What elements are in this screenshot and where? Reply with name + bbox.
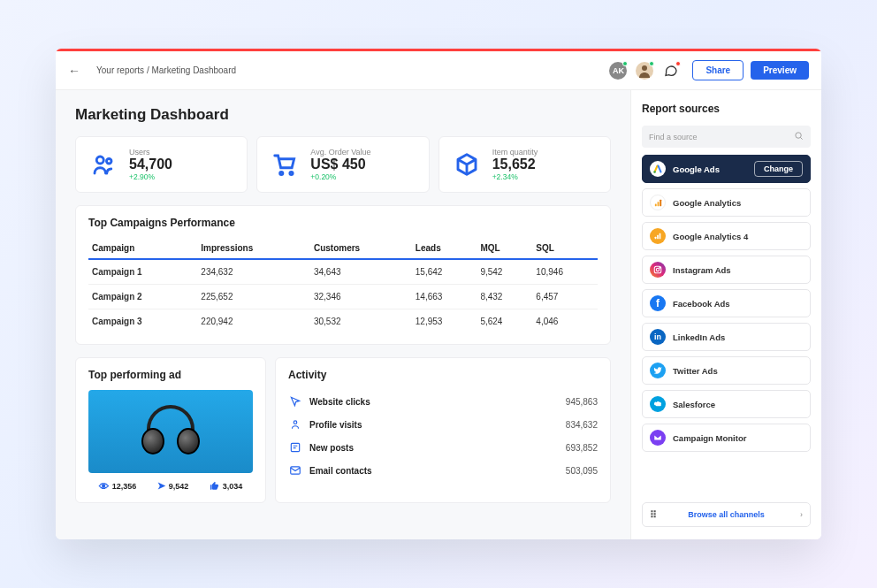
kpi-item-qty: Item quantity 15,652 +2.34% bbox=[438, 136, 611, 193]
kpi-order-value: Avg. Order Value US$ 450 +0.20% bbox=[256, 136, 429, 193]
search-input[interactable]: Find a source bbox=[642, 126, 811, 148]
cart-icon bbox=[270, 149, 300, 179]
source-google-analytics[interactable]: Google Analytics bbox=[642, 188, 811, 217]
kpi-users: Users 54,700 +2.90% bbox=[75, 136, 248, 193]
like-icon bbox=[210, 481, 219, 491]
svg-point-0 bbox=[642, 65, 647, 71]
svg-point-5 bbox=[294, 421, 297, 424]
kpi-delta: +2.90% bbox=[129, 172, 172, 181]
ga-icon bbox=[650, 195, 666, 210]
app-window: ← Your reports / Marketing Dashboard AK … bbox=[56, 49, 821, 539]
svg-rect-12 bbox=[660, 199, 661, 205]
instagram-icon bbox=[650, 262, 666, 278]
svg-point-9 bbox=[653, 171, 656, 173]
salesforce-icon bbox=[650, 396, 666, 412]
svg-rect-13 bbox=[655, 237, 657, 240]
source-instagram[interactable]: Instagram Ads bbox=[642, 256, 811, 284]
source-google-ads[interactable]: Google Ads Change bbox=[642, 155, 811, 183]
svg-point-8 bbox=[796, 133, 801, 138]
kpi-label: Item quantity bbox=[492, 148, 538, 157]
source-salesforce[interactable]: Salesforce bbox=[642, 390, 811, 418]
col-leads: Leads bbox=[412, 238, 477, 259]
activity-row: Profile visits 834,632 bbox=[288, 413, 598, 436]
table-row: Campaign 2225,65232,34614,6638,4326,457 bbox=[88, 285, 598, 309]
col-sql: SQL bbox=[532, 238, 598, 259]
topbar: ← Your reports / Marketing Dashboard AK … bbox=[56, 51, 821, 90]
avatar-group: AK bbox=[609, 62, 680, 80]
post-icon bbox=[288, 440, 302, 454]
search-icon bbox=[794, 131, 804, 142]
facebook-icon: f bbox=[650, 295, 666, 311]
col-campaign: Campaign bbox=[88, 238, 197, 259]
svg-point-2 bbox=[107, 159, 112, 164]
ad-image bbox=[88, 390, 253, 473]
chevron-right-icon: › bbox=[800, 510, 803, 519]
ad-stats: 👁12,356 ➤9,542 3,034 bbox=[88, 480, 253, 492]
cursor-icon bbox=[288, 394, 302, 409]
kpi-value: US$ 450 bbox=[310, 157, 370, 172]
profile-icon bbox=[288, 417, 302, 431]
campaigns-card: Top Campaigns Performance Campaign Impre… bbox=[75, 205, 611, 345]
twitter-icon bbox=[650, 363, 666, 378]
google-ads-icon bbox=[650, 161, 666, 177]
browse-channels[interactable]: ⠿ Browse all channels › bbox=[642, 502, 811, 527]
activity-title: Activity bbox=[288, 369, 598, 381]
kpi-delta: +2.34% bbox=[492, 172, 538, 181]
source-twitter[interactable]: Twitter Ads bbox=[642, 356, 811, 385]
linkedin-icon: in bbox=[650, 329, 666, 345]
avatar-initials[interactable]: AK bbox=[609, 62, 627, 80]
activity-card: Activity Website clicks 945,863 Profile … bbox=[275, 357, 611, 503]
svg-rect-14 bbox=[657, 235, 659, 240]
chat-icon[interactable] bbox=[662, 62, 680, 80]
campaigns-table: Campaign Impressions Customers Leads MQL… bbox=[88, 238, 598, 333]
campaign-monitor-icon bbox=[650, 430, 666, 446]
col-impressions: Impressions bbox=[197, 238, 310, 259]
main-panel: Marketing Dashboard Users 54,700 +2.90% … bbox=[56, 90, 630, 539]
preview-button[interactable]: Preview bbox=[751, 61, 809, 80]
ad-views: 12,356 bbox=[112, 482, 137, 491]
top-ad-card: Top performing ad 👁12,356 ➤9,542 3,034 bbox=[75, 357, 266, 503]
svg-rect-15 bbox=[660, 233, 661, 240]
kpi-value: 54,700 bbox=[129, 157, 172, 172]
kpi-label: Avg. Order Value bbox=[310, 148, 370, 157]
svg-rect-11 bbox=[657, 202, 659, 206]
svg-point-17 bbox=[656, 268, 659, 271]
svg-point-1 bbox=[96, 157, 103, 164]
back-arrow-icon[interactable]: ← bbox=[68, 64, 80, 78]
users-icon bbox=[88, 149, 118, 179]
source-facebook[interactable]: f Facebook Ads bbox=[642, 289, 811, 317]
table-row: Campaign 1234,63234,64315,6429,54210,946 bbox=[88, 259, 598, 285]
svg-point-3 bbox=[280, 172, 283, 174]
col-mql: MQL bbox=[477, 238, 532, 259]
headphone-icon bbox=[138, 403, 203, 460]
source-ga4[interactable]: Google Analytics 4 bbox=[642, 222, 811, 250]
breadcrumb[interactable]: Your reports / Marketing Dashboard bbox=[96, 65, 236, 75]
sidebar: Report sources Find a source Google Ads … bbox=[630, 90, 821, 539]
avatar-image[interactable] bbox=[636, 62, 653, 80]
kpi-value: 15,652 bbox=[492, 157, 538, 172]
ad-shares: 9,542 bbox=[169, 482, 189, 491]
sidebar-title: Report sources bbox=[642, 103, 811, 115]
kpi-label: Users bbox=[129, 148, 172, 157]
mail-icon bbox=[288, 463, 302, 477]
svg-point-18 bbox=[660, 267, 660, 268]
top-ad-title: Top performing ad bbox=[88, 369, 253, 381]
ad-likes: 3,034 bbox=[223, 482, 243, 491]
box-icon bbox=[452, 149, 482, 179]
page-title: Marketing Dashboard bbox=[75, 106, 611, 124]
table-row: Campaign 3220,94230,53212,9535,6244,046 bbox=[88, 309, 598, 334]
source-campaign-monitor[interactable]: Campaign Monitor bbox=[642, 424, 811, 452]
col-customers: Customers bbox=[310, 238, 412, 259]
share-button[interactable]: Share bbox=[692, 60, 744, 80]
source-linkedin[interactable]: in LinkedIn Ads bbox=[642, 323, 811, 351]
svg-point-4 bbox=[290, 172, 293, 174]
activity-row: Website clicks 945,863 bbox=[288, 390, 598, 413]
ga4-icon bbox=[650, 228, 666, 244]
activity-row: New posts 693,852 bbox=[288, 436, 598, 459]
change-button[interactable]: Change bbox=[754, 161, 803, 177]
kpi-row: Users 54,700 +2.90% Avg. Order Value US$… bbox=[75, 136, 611, 193]
eye-icon: 👁 bbox=[99, 481, 109, 492]
svg-rect-10 bbox=[654, 203, 656, 206]
send-icon: ➤ bbox=[157, 480, 165, 492]
grid-icon: ⠿ bbox=[650, 509, 657, 521]
